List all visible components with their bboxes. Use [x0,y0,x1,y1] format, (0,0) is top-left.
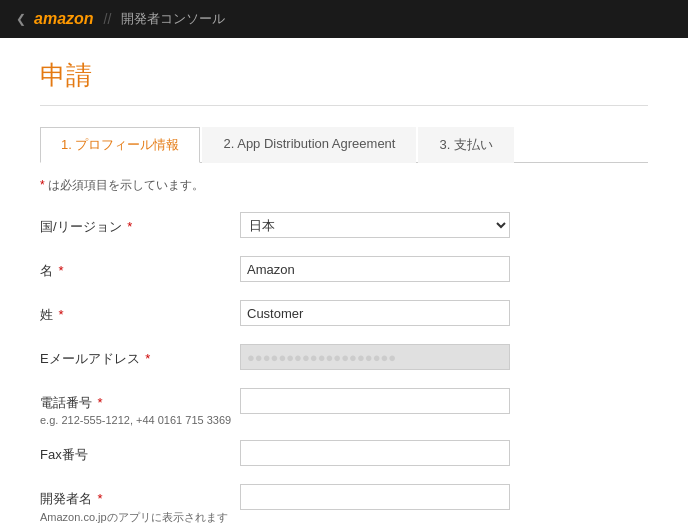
required-star-phone: * [94,395,103,410]
tab-agreement-label: 2. App Distribution Agreement [223,136,395,151]
phone-hint: e.g. 212-555-1212, +44 0161 715 3369 [40,414,240,426]
form-row-fax: Fax番号 [40,440,648,470]
header-separator: // [104,11,112,27]
field-container-first-name [240,256,648,282]
form-row-last-name: 姓 * [40,300,648,330]
registration-form: 国/リージョン * 日本 名 * 姓 * [40,212,648,525]
last-name-input[interactable] [240,300,510,326]
page-title: 申請 [40,58,648,106]
fax-input[interactable] [240,440,510,466]
label-email: Eメールアドレス * [40,344,240,368]
label-developer-name: 開発者名 * Amazon.co.jpのアプリに表示されます [40,484,240,525]
label-fax: Fax番号 [40,440,240,464]
required-asterisk: * [40,178,45,192]
amazon-logo: amazon [34,10,94,28]
developer-console-link[interactable]: 開発者コンソール [121,10,225,28]
field-container-last-name [240,300,648,326]
developer-name-hint: Amazon.co.jpのアプリに表示されます [40,510,240,525]
field-container-phone [240,388,648,414]
label-last-name: 姓 * [40,300,240,324]
field-container-fax [240,440,648,466]
tab-payment[interactable]: 3. 支払い [418,127,513,163]
required-star-email: * [142,351,151,366]
required-star-first-name: * [55,263,64,278]
required-star-last-name: * [55,307,64,322]
header: ❮ amazon // 開発者コンソール [0,0,688,38]
tab-payment-label: 3. 支払い [439,137,492,152]
label-country: 国/リージョン * [40,212,240,236]
tab-agreement[interactable]: 2. App Distribution Agreement [202,127,416,163]
field-container-email [240,344,648,370]
form-row-email: Eメールアドレス * [40,344,648,374]
required-notice: * は必須項目を示しています。 [40,177,648,194]
form-row-first-name: 名 * [40,256,648,286]
required-star-country: * [124,219,133,234]
required-notice-text: は必須項目を示しています。 [48,178,204,192]
tab-profile[interactable]: 1. プロフィール情報 [40,127,200,163]
tab-profile-label: 1. プロフィール情報 [61,137,179,152]
first-name-input[interactable] [240,256,510,282]
phone-input[interactable] [240,388,510,414]
main-content: 申請 1. プロフィール情報 2. App Distribution Agree… [0,38,688,530]
label-first-name: 名 * [40,256,240,280]
email-input[interactable] [240,344,510,370]
developer-name-input[interactable] [240,484,510,510]
back-arrow[interactable]: ❮ [16,12,26,26]
label-phone: 電話番号 * e.g. 212-555-1212, +44 0161 715 3… [40,388,240,426]
tabs-container: 1. プロフィール情報 2. App Distribution Agreemen… [40,126,648,163]
country-select[interactable]: 日本 [240,212,510,238]
field-container-country: 日本 [240,212,648,238]
field-container-developer-name [240,484,648,510]
form-row-phone: 電話番号 * e.g. 212-555-1212, +44 0161 715 3… [40,388,648,426]
form-row-country: 国/リージョン * 日本 [40,212,648,242]
form-row-developer-name: 開発者名 * Amazon.co.jpのアプリに表示されます [40,484,648,525]
required-star-developer-name: * [94,491,103,506]
